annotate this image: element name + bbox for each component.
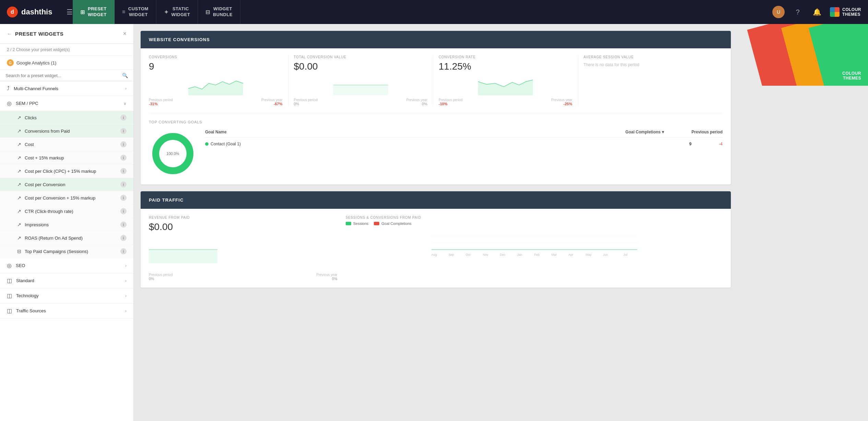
sidebar-back-icon[interactable]: ← [7,31,12,37]
paid-revenue-metric: REVENUE FROM PAID $0.00 Previous p [149,216,337,281]
sidebar-subitem-cost-15[interactable]: ↗ Cost + 15% markup i [0,151,133,165]
conversion-rate-year-val: -25% [551,102,572,106]
colour-themes-panel-label: ColourThemes [842,71,861,81]
svg-text:Sep: Sep [448,253,454,256]
conversion-rate-chart [439,75,572,95]
svg-text:Nov: Nov [483,253,488,256]
sidebar-subitem-roas[interactable]: ↗ ROAS (Return On Ad Spend) i [0,231,133,245]
goals-table-header: Goal Name Goal Completions ▾ Previous pe… [205,130,723,137]
seo-label: SEO [16,263,25,268]
top-paid-info-icon[interactable]: i [120,248,127,254]
colour-themes-button[interactable]: ColourThemes [830,7,861,17]
sidebar-item-technology[interactable]: ◫ Technology › [0,288,133,303]
main-content: ColourThemes WEBSITE CONVERSIONS CONVERS… [134,24,868,421]
sidebar-subitem-cost-per-conversion[interactable]: ↗ Cost per Conversion i [0,178,133,191]
conversions-paid-icon: ↗ [17,128,21,134]
roas-info-icon[interactable]: i [120,235,127,241]
sidebar-item-traffic-sources[interactable]: ◫ Traffic Sources › [0,303,133,318]
cost-per-click-info-icon[interactable]: i [120,168,127,174]
svg-text:Jan: Jan [517,253,522,256]
cost-15-icon: ↗ [17,155,21,160]
technology-chevron: › [125,293,127,298]
completions-col-label: Goal Completions [626,130,661,134]
sidebar: ← Preset Widgets × 2 / 2 Choose your pre… [0,24,134,421]
impressions-info-icon[interactable]: i [120,221,127,228]
metric-avg-session-value: AVERAGE SESSION VALUE There is no data f… [578,55,723,106]
notifications-icon[interactable]: 🔔 [811,6,823,18]
paid-revenue-chart [149,236,337,270]
conversion-rate-period-row: Previous period -10% Previous year -25% [439,98,572,106]
paid-prev-val: 0% [149,277,173,281]
avg-session-label: AVERAGE SESSION VALUE [584,55,717,59]
sidebar-item-multi-channel[interactable]: ⤴ Multi-Channel Funnels › [0,81,133,96]
search-input[interactable] [5,73,119,78]
sidebar-subitem-cost[interactable]: ↗ Cost i [0,138,133,151]
cost-per-conversion-info-icon[interactable]: i [120,181,127,188]
sidebar-breadcrumb: 2 / 2 Choose your preset widget(s) [0,44,133,56]
user-avatar[interactable]: U [772,6,785,18]
sidebar-item-standard[interactable]: ◫ Standard › [0,273,133,288]
standard-icon: ◫ [7,277,12,284]
conversion-rate-prev-label: Previous period [439,98,462,102]
top-paid-icon: ⊟ [17,249,21,254]
sidebar-subitem-cost-per-conversion-15[interactable]: ↗ Cost per Conversion + 15% markup i [0,191,133,205]
clicks-info-icon[interactable]: i [120,115,127,121]
main-layout: ← Preset Widgets × 2 / 2 Choose your pre… [0,24,868,421]
ctr-label: CTR (Click-through rate) [25,209,73,214]
cost-per-conversion-15-icon: ↗ [17,195,21,201]
tab-widget-bundle[interactable]: ⊟ WidgetBundle [198,0,240,24]
sidebar-subitem-ctr[interactable]: ↗ CTR (Click-through rate) i [0,205,133,218]
paid-revenue-chart-svg [149,236,217,263]
sidebar-subitem-clicks[interactable]: ↗ Clicks i [0,111,133,124]
logo-icon: d [7,7,18,17]
svg-text:Feb: Feb [534,253,539,256]
goals-legend: Goal Completions [374,221,411,226]
tab-custom-widget[interactable]: ≡ CustomWidget [115,0,156,24]
ga-item[interactable]: G Google Analytics (1) [0,56,133,70]
tab-preset-widget[interactable]: ⊞ PresetWidget [73,0,115,24]
roas-icon: ↗ [17,235,21,241]
ga-label: Google Analytics (1) [16,60,56,65]
sidebar-subitem-top-paid[interactable]: ⊟ Top Paid Campaigns (Sessions) i [0,245,133,258]
goals-table: Goal Name Goal Completions ▾ Previous pe… [205,130,723,148]
goal-prev-period: -4 [719,142,723,146]
paid-year-label: Previous year [317,273,337,277]
donut-chart: 100.0% [149,130,197,178]
app-logo[interactable]: d dashthis [7,7,52,17]
conversions-chart-svg [149,75,283,95]
help-icon[interactable]: ? [792,6,804,18]
paid-sessions-label: SESSIONS & CONVERSIONS FROM PAID [346,216,723,219]
metric-conversion-value: TOTAL CONVERSION VALUE $0.00 Previ [288,55,433,106]
clicks-label: Clicks [25,115,37,120]
sidebar-subitem-conversions-from-paid[interactable]: ↗ Conversions from Paid i [0,124,133,138]
sidebar-item-seo[interactable]: ◎ SEO › [0,258,133,273]
tab-custom-label: CustomWidget [128,6,148,18]
paid-revenue-value: $0.00 [149,221,337,232]
conversions-paid-info-icon[interactable]: i [120,128,127,134]
tab-static-label: StaticWidget [171,6,190,18]
sidebar-subitem-cost-per-click[interactable]: ↗ Cost per Click (CPC) + 15% markup i [0,165,133,178]
goals-legend-color [374,222,379,225]
conversions-value: 9 [149,61,283,72]
traffic-sources-chevron: › [125,309,127,313]
sem-ppc-icon: ◎ [7,100,12,107]
cost-15-info-icon[interactable]: i [120,155,127,161]
sidebar-close-button[interactable]: × [123,30,127,37]
tab-static-widget[interactable]: ✦ StaticWidget [156,0,198,24]
tab-bar: ⊞ PresetWidget ≡ CustomWidget ✦ StaticWi… [73,0,240,24]
sidebar-item-sem-ppc[interactable]: ◎ SEM / PPC ∨ [0,96,133,111]
sidebar-subitem-impressions[interactable]: ↗ Impressions i [0,218,133,231]
hamburger-menu[interactable]: ☰ [67,8,73,16]
conversion-value-year-val: 0% [406,102,427,106]
goals-row: Contact (Goal 1) 9 -4 [205,140,723,148]
ctr-info-icon[interactable]: i [120,208,127,214]
conversions-year-label: Previous year [261,98,282,102]
cost-per-conversion-15-info-icon[interactable]: i [120,195,127,201]
colour-swatch [830,7,840,17]
top-paid-label: Top Paid Campaigns (Sessions) [25,249,88,254]
metric-conversion-rate: CONVERSION RATE 11.25% Previous pe [433,55,578,106]
cost-per-conversion-15-label: Cost per Conversion + 15% markup [25,195,95,201]
nav-right: U ? 🔔 ColourThemes [772,6,861,18]
cost-label: Cost [25,142,34,147]
cost-info-icon[interactable]: i [120,141,127,147]
